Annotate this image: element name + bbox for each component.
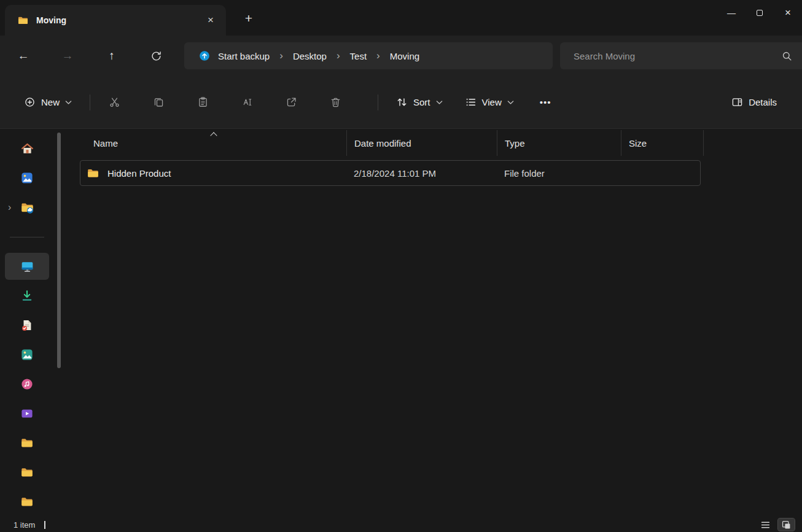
sidebar-item-folder[interactable] (0, 428, 54, 458)
toolbar-divider (378, 94, 378, 110)
videos-icon (20, 407, 34, 420)
file-row[interactable]: Hidden Product 2/18/2024 11:01 PM File f… (80, 160, 701, 186)
documents-icon (20, 318, 34, 332)
forward-button[interactable]: → (54, 44, 81, 68)
copy-button[interactable] (146, 90, 171, 115)
sidebar-item-pictures[interactable] (0, 340, 54, 369)
view-icon (465, 96, 477, 108)
sidebar-item-videos[interactable] (0, 399, 54, 428)
sort-ascending-icon (210, 132, 217, 139)
plus-circle-icon (24, 96, 36, 108)
onedrive-folder-icon (20, 201, 34, 215)
sidebar-item-music[interactable] (0, 369, 54, 399)
tab-title: Moving (36, 15, 66, 25)
new-button[interactable]: New (17, 90, 79, 115)
pictures-icon (20, 348, 34, 361)
breadcrumb-item-test[interactable]: Test (345, 46, 373, 66)
back-button[interactable]: ← (10, 44, 37, 68)
sidebar-item-gallery[interactable] (0, 163, 54, 193)
sidebar-item-documents[interactable] (0, 310, 54, 340)
scrollbar-thumb[interactable] (57, 133, 61, 368)
breadcrumb: Start backup › Desktop › Test › Moving (184, 42, 553, 69)
copy-icon (153, 96, 165, 108)
details-view-icon (760, 520, 771, 530)
toolbar-divider (90, 94, 90, 110)
column-label: Name (93, 138, 118, 148)
search-input[interactable] (574, 51, 782, 61)
minimize-button[interactable]: — (717, 0, 746, 26)
sidebar-divider (0, 222, 54, 252)
nav-buttons: ← → ↑ (10, 44, 169, 68)
desktop-icon (20, 260, 34, 274)
folder-icon (20, 495, 34, 509)
cut-button[interactable] (101, 90, 127, 115)
details-view-button[interactable] (757, 519, 774, 531)
view-label: View (482, 97, 502, 107)
sidebar-item-home[interactable] (0, 134, 54, 163)
sidebar-item-downloads[interactable] (0, 281, 54, 310)
statusbar-divider (44, 521, 45, 529)
sort-icon (396, 96, 408, 108)
file-date-modified: 2/18/2024 11:01 PM (346, 168, 497, 179)
maximize-button[interactable] (746, 0, 774, 26)
explorer-tab[interactable]: Moving × (5, 5, 226, 36)
tab-close-button[interactable]: × (201, 11, 220, 29)
trash-icon (330, 96, 341, 108)
sort-label: Sort (413, 97, 430, 107)
large-icons-view-button[interactable] (778, 519, 795, 531)
new-tab-button[interactable]: + (238, 8, 259, 29)
item-count: 1 item (14, 520, 35, 530)
column-headers: Name Date modified Type Size (80, 130, 802, 156)
title-bar: Moving × + — × (0, 0, 802, 36)
column-label: Type (505, 138, 525, 148)
view-button[interactable]: View (458, 90, 521, 115)
new-label: New (41, 97, 60, 107)
file-name-cell: Hidden Product (80, 167, 346, 180)
column-label: Date modified (354, 138, 411, 148)
music-icon (20, 377, 34, 391)
refresh-icon (150, 50, 162, 62)
more-button[interactable]: ••• (532, 90, 559, 115)
home-icon (20, 142, 34, 156)
sidebar-item-onedrive[interactable]: › (0, 193, 54, 222)
gallery-icon (20, 171, 34, 185)
delete-button[interactable] (322, 90, 348, 115)
share-button[interactable] (278, 90, 304, 115)
column-header-type[interactable]: Type (497, 130, 621, 156)
search-box (560, 42, 802, 69)
breadcrumb-label: Desktop (293, 51, 327, 61)
breadcrumb-item-desktop[interactable]: Desktop (287, 46, 332, 66)
sidebar-item-desktop[interactable] (5, 253, 49, 280)
rename-button[interactable] (234, 90, 260, 115)
up-button[interactable]: ↑ (98, 44, 125, 68)
column-header-date-modified[interactable]: Date modified (347, 130, 497, 156)
sort-button[interactable]: Sort (389, 90, 450, 115)
column-header-name[interactable]: Name (80, 130, 347, 156)
file-type: File folder (497, 168, 621, 179)
file-list-area: Name Date modified Type Size Hidden Prod… (64, 129, 802, 517)
large-icons-view-icon (781, 520, 792, 530)
expand-chevron-icon[interactable]: › (8, 202, 11, 213)
command-bar: New Sort View (0, 76, 802, 129)
folder-icon (87, 167, 99, 180)
column-label: Size (629, 138, 647, 148)
breadcrumb-item-moving[interactable]: Moving (384, 46, 425, 66)
chevron-down-icon (507, 100, 514, 105)
details-button[interactable]: Details (725, 90, 784, 115)
close-button[interactable]: × (774, 0, 802, 26)
paste-button[interactable] (190, 90, 216, 115)
start-backup-button[interactable]: Start backup (193, 46, 275, 66)
window-controls: — × (717, 0, 802, 26)
sidebar-scrollbar[interactable] (54, 129, 64, 517)
start-backup-label: Start backup (218, 51, 270, 61)
breadcrumb-label: Moving (390, 51, 419, 61)
folder-icon (17, 15, 29, 26)
sidebar-item-folder[interactable] (0, 487, 54, 517)
column-header-size[interactable]: Size (621, 130, 704, 156)
details-label: Details (749, 97, 777, 107)
share-icon (286, 96, 297, 108)
status-bar: 1 item (0, 517, 802, 532)
onedrive-sync-icon (198, 50, 211, 62)
refresh-button[interactable] (142, 44, 169, 68)
sidebar-item-folder[interactable] (0, 458, 54, 487)
